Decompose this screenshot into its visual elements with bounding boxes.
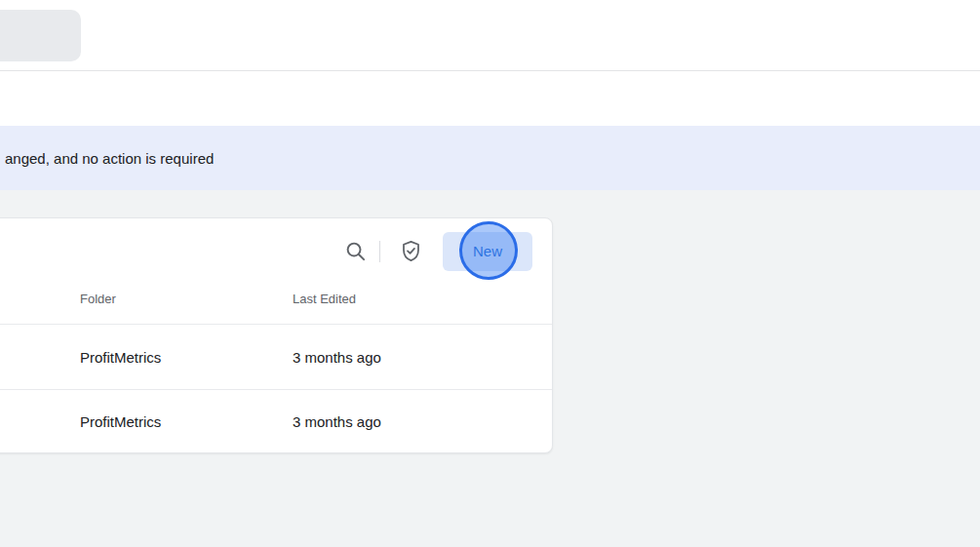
folders-card: New Folder Last Edited ProfitMetrics 3 m… [0,217,553,453]
column-header-last-edited: Last Edited [293,292,552,306]
folder-cell[interactable]: ProfitMetrics [80,413,293,430]
search-icon [344,240,367,262]
shield-check-button[interactable] [398,239,423,264]
folder-cell[interactable]: ProfitMetrics [80,349,293,366]
last-edited-cell: 3 months ago [293,349,552,366]
search-button[interactable] [342,239,368,264]
column-header-folder: Folder [80,292,293,306]
card-toolbar: New [0,218,552,274]
table-row[interactable]: ProfitMetrics 3 months ago [0,390,552,452]
notification-text: anged, and no action is required [5,150,214,167]
header-divider [0,70,980,71]
table-row[interactable]: ProfitMetrics 3 months ago [0,325,552,390]
toolbar-divider [379,241,380,262]
new-button[interactable]: New [443,232,532,271]
shield-check-icon [399,239,423,263]
top-tab[interactable] [0,10,81,61]
last-edited-cell: 3 months ago [293,413,552,430]
table-header-row: Folder Last Edited [0,274,552,325]
notification-banner: anged, and no action is required [0,126,980,190]
